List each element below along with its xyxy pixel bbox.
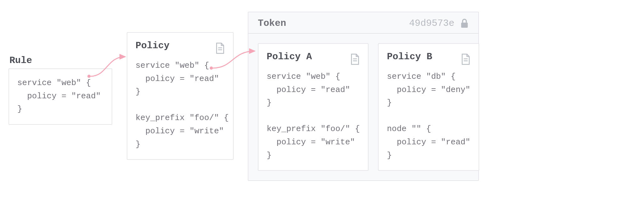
policy-card: Policy service "web" { policy = "read" }… [127,32,234,160]
lock-icon [460,18,469,29]
policy-b-card: Policy B service "db" { policy = "deny" … [378,43,479,171]
policy-code: service "web" { policy = "read" } key_pr… [136,59,225,151]
rule-code: service "web" { policy = "read" } [17,77,103,116]
token-hash: 49d9573e [409,18,454,29]
token-title: Token [258,18,286,29]
token-hash-row: 49d9573e [409,18,469,29]
token-body: Policy A service "web" { policy = "read"… [248,34,478,180]
document-icon [350,54,360,65]
token-header: Token 49d9573e [248,12,478,34]
document-icon [215,43,225,54]
token-container: Token 49d9573e Policy A [248,12,479,181]
policy-a-title: Policy A [267,51,312,62]
policy-b-code: service "db" { policy = "deny" } node ""… [387,70,470,162]
policy-a-code: service "web" { policy = "read" } key_pr… [267,70,360,162]
rule-label: Rule [9,55,32,66]
policy-b-title: Policy B [387,51,432,62]
diagram-stage: Rule service "web" { policy = "read" } P… [0,0,644,208]
document-icon [461,54,470,65]
policy-title: Policy [136,40,169,51]
rule-card: service "web" { policy = "read" } [8,68,112,125]
svg-rect-2 [461,23,468,28]
policy-a-card: Policy A service "web" { policy = "read"… [258,43,369,171]
